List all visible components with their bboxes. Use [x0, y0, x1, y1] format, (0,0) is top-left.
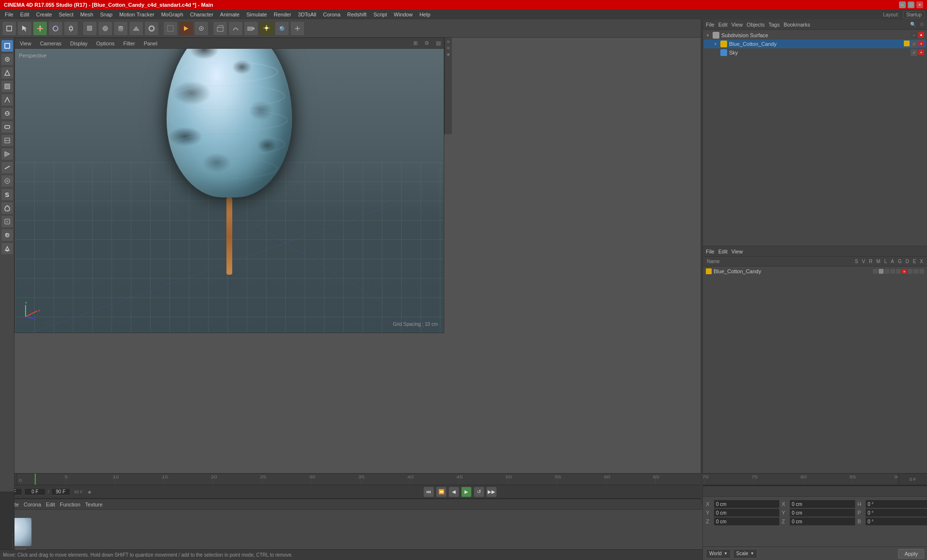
me-menu-texture[interactable]: Texture	[85, 502, 102, 507]
transport-play[interactable]: ▶	[461, 487, 472, 497]
scale-dropdown[interactable]: Scale ▼	[733, 549, 758, 559]
maximize-button[interactable]: □	[908, 1, 914, 8]
toolbar-render-settings-btn[interactable]	[194, 21, 209, 36]
menu-script[interactable]: Script	[370, 11, 390, 18]
apply-button[interactable]: Apply	[898, 549, 924, 559]
menu-mograph[interactable]: MoGraph	[158, 11, 186, 18]
viewport-canvas[interactable]: Perspective	[15, 49, 444, 333]
obj-menu-view[interactable]: View	[731, 22, 743, 28]
toolbar-camera-btn[interactable]	[244, 21, 258, 36]
toolbar-select-btn[interactable]	[17, 21, 32, 36]
coord-rot-b[interactable]	[865, 517, 927, 526]
obj-menu-bookmarks[interactable]: Bookmarks	[784, 22, 810, 28]
toolbar-render-btn[interactable]	[179, 21, 193, 36]
close-button[interactable]: ×	[916, 1, 923, 8]
viewport-icons-btn[interactable]: ⚙	[424, 40, 429, 46]
tree-ctrl-yellow[interactable]	[904, 41, 910, 46]
viewport[interactable]: View Cameras Display Options Filter Pane…	[14, 38, 444, 333]
mat-menu-edit[interactable]: Edit	[718, 249, 728, 254]
mat-ctrl-6[interactable]: ●	[902, 269, 907, 274]
mat-ctrl-1[interactable]	[873, 269, 878, 274]
vp-menu-cameras[interactable]: Cameras	[38, 40, 64, 47]
transport-prev-frame[interactable]: ◀	[449, 487, 459, 497]
left-tool-5[interactable]	[1, 107, 14, 120]
minimize-button[interactable]: −	[899, 1, 906, 8]
tree-ctrl-check-1[interactable]: ✓	[911, 32, 917, 39]
left-tool-poly[interactable]	[1, 80, 14, 93]
left-tool-10[interactable]	[1, 175, 14, 187]
cotton-candy-object[interactable]	[167, 49, 292, 275]
left-tool-9[interactable]	[1, 161, 14, 174]
menu-redshift[interactable]: Redshift	[344, 11, 369, 18]
obj-menu-file[interactable]: File	[706, 22, 715, 28]
menu-select[interactable]: Select	[56, 11, 77, 18]
frame-current-field[interactable]: 0 F	[24, 488, 46, 495]
toolbar-cube-btn[interactable]	[83, 21, 97, 36]
vp-menu-filter[interactable]: Filter	[121, 40, 137, 47]
toolbar-deform-btn[interactable]	[228, 21, 243, 36]
obj-menu-tags[interactable]: Tags	[769, 22, 780, 28]
panel-resize-handle[interactable]	[701, 19, 702, 504]
toolbar-material-btn[interactable]	[275, 21, 289, 36]
vp-side-icon-2[interactable]: ⊞	[446, 45, 451, 51]
menu-help[interactable]: Help	[417, 11, 434, 18]
coord-z-pos[interactable]	[714, 517, 780, 526]
mat-ctrl-7[interactable]	[908, 269, 913, 274]
left-tool-uv[interactable]	[1, 94, 14, 106]
mat-menu-view[interactable]: View	[731, 249, 743, 254]
vp-side-icon-1[interactable]: ⊕	[446, 39, 451, 44]
toolbar-light-btn[interactable]	[259, 21, 274, 36]
vp-side-icon-3[interactable]: ◉	[446, 51, 451, 57]
menu-snap[interactable]: Snap	[97, 11, 115, 18]
viewport-expand-btn[interactable]: ⊞	[413, 40, 418, 46]
vp-menu-view[interactable]: View	[18, 40, 33, 47]
mat-ctrl-2[interactable]	[879, 269, 884, 274]
tree-ctrl-check-2[interactable]: ✓	[911, 41, 917, 47]
menu-animate[interactable]: Animate	[217, 11, 242, 18]
tree-ctrl-dot-2[interactable]: ●	[918, 41, 924, 46]
me-menu-edit[interactable]: Edit	[46, 502, 55, 507]
toolbar-perspective-btn[interactable]	[213, 21, 227, 36]
viewport-panel-btn[interactable]: ▤	[436, 40, 441, 46]
toolbar-plane-btn[interactable]	[129, 21, 143, 36]
coord-rot-p[interactable]	[865, 508, 927, 517]
transport-go-start[interactable]: ⏮	[423, 487, 434, 497]
coord-y-pos[interactable]	[714, 508, 780, 517]
coord-x-scale[interactable]	[789, 500, 856, 508]
toolbar-cylinder-btn[interactable]	[113, 21, 128, 36]
mat-ctrl-8[interactable]	[913, 269, 918, 274]
tree-item-subdivision[interactable]: ▼ Subdivision Surface ✓ ●	[704, 31, 926, 40]
toolbar-sphere-btn[interactable]	[98, 21, 112, 36]
transport-next-frame[interactable]: ▶▶	[486, 487, 497, 497]
left-tool-edge[interactable]	[1, 67, 14, 79]
menu-corona[interactable]: Corona	[320, 11, 343, 18]
mat-ctrl-3[interactable]	[885, 269, 889, 274]
tree-item-cotton-candy[interactable]: ▼ Blue_Cotton_Candy ✓ ●	[704, 40, 926, 48]
left-tool-13[interactable]	[1, 215, 14, 228]
menu-3dtoall[interactable]: 3DToAll	[295, 11, 319, 18]
me-menu-function[interactable]: Function	[60, 502, 80, 507]
left-tool-8[interactable]	[1, 148, 14, 160]
tree-item-sky[interactable]: ▶ Sky ✓ ●	[704, 48, 926, 57]
obj-menu-edit[interactable]: Edit	[718, 22, 728, 28]
tree-ctrl-dot-3[interactable]: ●	[918, 49, 924, 55]
timeline-ruler[interactable]: 0 5 10 15 20 25 30 35 40 45 50 55 60	[17, 474, 898, 485]
left-tool-11[interactable]: S	[1, 188, 14, 201]
toolbar-scale-btn[interactable]	[64, 21, 78, 36]
left-tool-6[interactable]	[1, 121, 14, 133]
menu-window[interactable]: Window	[391, 11, 416, 18]
menu-mesh[interactable]: Mesh	[77, 11, 96, 18]
coord-z-scale[interactable]	[789, 517, 856, 526]
menu-simulate[interactable]: Simulate	[243, 11, 270, 18]
toolbar-render-region-btn[interactable]	[163, 21, 178, 36]
toolbar-mode-btn[interactable]	[2, 21, 16, 36]
mat-ctrl-4[interactable]	[890, 269, 895, 274]
menu-motion-tracker[interactable]: Motion Tracker	[116, 11, 157, 18]
tree-ctrl-check-3[interactable]: ✓	[911, 49, 917, 56]
toolbar-move-btn[interactable]	[33, 21, 47, 36]
coord-x-pos[interactable]	[714, 500, 780, 508]
toolbar-null-btn[interactable]	[290, 21, 305, 36]
left-tool-15[interactable]	[1, 242, 14, 255]
vp-menu-panel[interactable]: Panel	[142, 40, 159, 47]
transport-play-reverse[interactable]: ↺	[474, 487, 484, 497]
